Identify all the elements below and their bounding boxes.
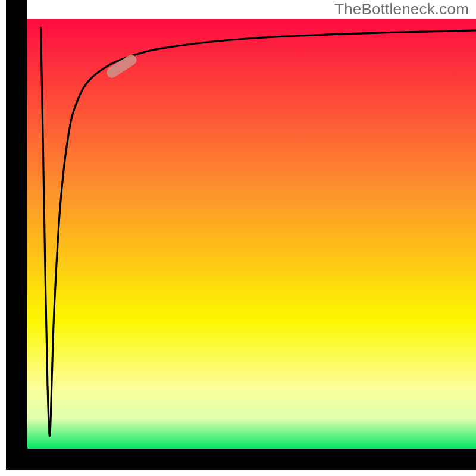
plot-background — [27, 19, 476, 449]
watermark-text: TheBottleneck.com — [334, 0, 469, 18]
axis-frame-bottom — [6, 449, 476, 470]
chart-stage: TheBottleneck.com — [0, 0, 476, 476]
bottleneck-chart — [0, 0, 476, 476]
axis-frame-left — [6, 0, 27, 470]
